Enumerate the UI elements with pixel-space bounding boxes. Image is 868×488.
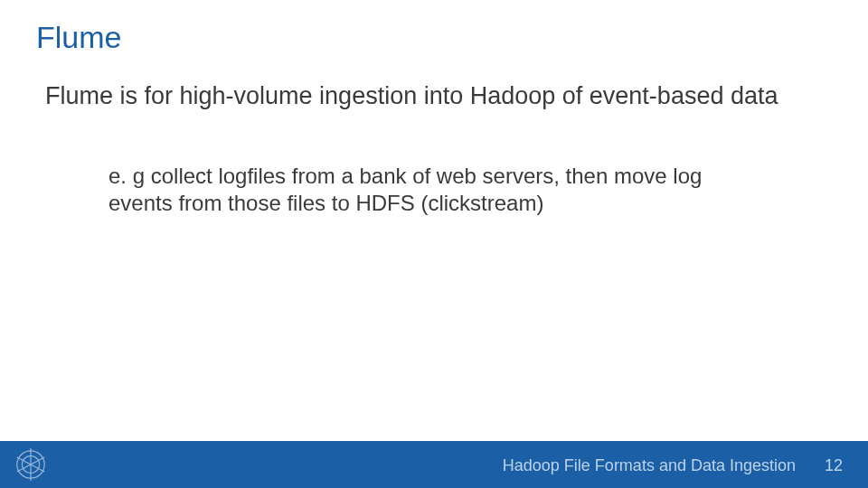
slide-title: Flume (36, 20, 121, 55)
slide: Flume Flume is for high-volume ingestion… (0, 0, 868, 488)
footer-title: Hadoop File Formats and Data Ingestion (503, 456, 796, 475)
page-number: 12 (825, 456, 843, 475)
footer-bar: Hadoop File Formats and Data Ingestion 1… (0, 441, 868, 488)
slide-body-text: e. g collect logfiles from a bank of web… (108, 163, 760, 217)
cern-logo-icon (13, 446, 49, 483)
slide-subtitle: Flume is for high-volume ingestion into … (45, 81, 823, 112)
